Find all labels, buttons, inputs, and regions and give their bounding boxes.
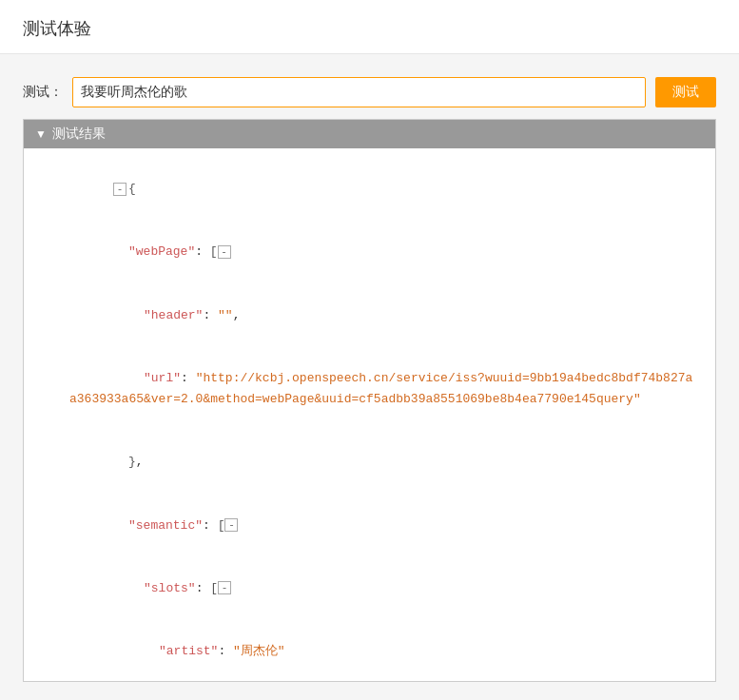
json-line: "semantic": [- — [39, 495, 700, 557]
collapse-icon[interactable]: ▼ — [35, 127, 47, 141]
collapse-btn[interactable]: - — [224, 518, 238, 532]
collapse-btn[interactable]: - — [113, 183, 126, 196]
json-line: "slots": [- — [39, 557, 700, 620]
result-body[interactable]: -{ "webPage": [- "header": "", "url": "h… — [24, 148, 715, 681]
test-label: 测试： — [23, 84, 63, 101]
json-line: -{ — [39, 158, 700, 221]
test-input[interactable] — [72, 77, 646, 107]
json-line: }, — [39, 431, 700, 494]
test-row: 测试： 测试 — [23, 77, 716, 107]
page-title: 测试体验 — [0, 0, 739, 54]
result-body-wrap: -{ "webPage": [- "header": "", "url": "h… — [24, 148, 715, 681]
json-line: "artist": "周杰伦" — [39, 620, 700, 681]
page-header: 测试体验 — [0, 0, 739, 54]
collapse-btn[interactable]: - — [218, 581, 231, 594]
result-header-label: 测试结果 — [52, 126, 106, 143]
json-line: "url": "http://kcbj.openspeech.cn/servic… — [39, 347, 700, 431]
json-line: "header": "", — [39, 284, 700, 347]
main-content: 测试： 测试 ▼ 测试结果 -{ "webPage": [- "header":… — [0, 54, 739, 700]
result-header: ▼ 测试结果 — [24, 120, 715, 148]
json-line: "webPage": [- — [39, 221, 700, 283]
result-panel: ▼ 测试结果 -{ "webPage": [- "header": "", "u… — [23, 119, 716, 682]
collapse-btn[interactable]: - — [218, 245, 231, 259]
test-button[interactable]: 测试 — [655, 77, 716, 107]
